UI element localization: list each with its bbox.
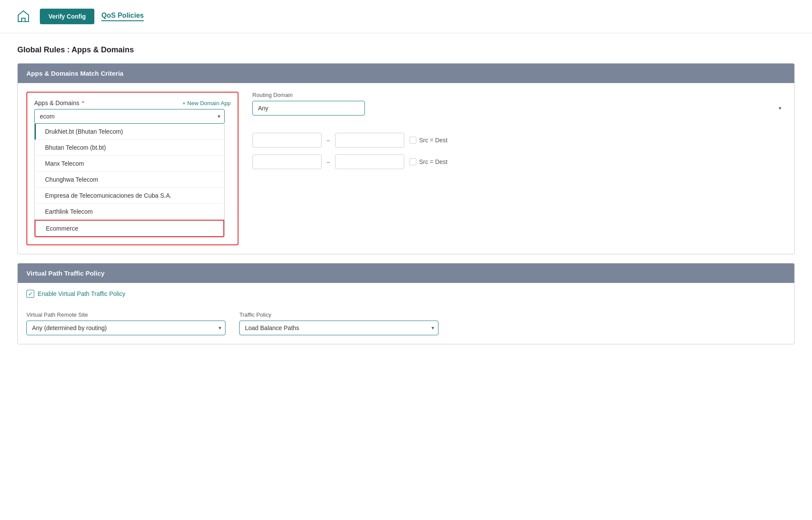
routing-domain-select-wrapper: Any ▾ [252,101,786,116]
apps-domains-form-box: Apps & Domains * + New Domain App ▾ Druk… [26,92,238,245]
vpn-row: Virtual Path Remote Site Any (determined… [26,305,786,335]
traffic-policy-select-wrapper: Load Balance Paths ▾ [239,321,438,335]
match-criteria-panel: Apps & Domains Match Criteria Apps & Dom… [17,63,795,254]
enable-checkbox[interactable]: ✓ [26,290,34,298]
source-input-2[interactable] [252,154,322,169]
remote-site-select-wrapper: Any (determined by routing) ▾ [26,321,226,335]
right-col: Routing Domain Any ▾ – Src = Dest [252,92,786,176]
enable-label: Enable Virtual Path Traffic Policy [38,290,126,297]
dropdown-item-bhutan[interactable]: Bhutan Telecom (bt.bt) [35,140,224,156]
vpn-section-body: Virtual Path Remote Site Any (determined… [18,305,794,344]
src-dest-checkbox-2[interactable]: Src = Dest [409,158,448,165]
remote-site-label: Virtual Path Remote Site [26,311,226,318]
required-indicator: * [80,100,84,106]
checkbox-box-1 [409,137,416,144]
src-dest-label-2: Src = Dest [419,158,448,165]
routing-domain-select[interactable]: Any [252,101,365,116]
svg-rect-0 [22,18,25,22]
apps-domains-select-wrapper: ▾ [34,109,225,124]
verify-config-button[interactable]: Verify Config [40,9,94,24]
remote-site-group: Virtual Path Remote Site Any (determined… [26,311,226,335]
source-input-1[interactable] [252,133,322,148]
dropdown-item-druknet[interactable]: DrukNet.bt (Bhutan Telecom) [35,124,224,140]
routing-chevron-icon: ▾ [779,105,781,111]
routing-domain-group: Routing Domain Any ▾ [252,92,786,116]
routing-domain-label: Routing Domain [252,92,786,98]
qos-policies-link[interactable]: QoS Policies [101,12,144,21]
page-title: Global Rules : Apps & Domains [17,45,795,55]
virtual-path-panel: Virtual Path Traffic Policy ✓ Enable Vir… [17,263,795,344]
dash-2: – [327,159,330,165]
apps-domains-dropdown: DrukNet.bt (Bhutan Telecom) Bhutan Telec… [34,124,225,238]
new-domain-app-link[interactable]: + New Domain App [182,100,231,106]
left-col: Apps & Domains * + New Domain App ▾ Druk… [26,92,238,245]
dropdown-item-manx[interactable]: Manx Telecom [35,156,224,172]
checkmark-icon: ✓ [28,291,33,297]
traffic-policy-group: Traffic Policy Load Balance Paths ▾ [239,311,438,335]
home-icon[interactable] [14,7,33,26]
virtual-path-header: Virtual Path Traffic Policy [18,263,794,283]
match-criteria-header: Apps & Domains Match Criteria [18,64,794,83]
src-dest-checkbox-1[interactable]: Src = Dest [409,137,448,144]
remote-site-select[interactable]: Any (determined by routing) [26,321,226,335]
criteria-layout: Apps & Domains * + New Domain App ▾ Druk… [18,83,794,254]
enable-policy-row: ✓ Enable Virtual Path Traffic Policy [18,283,794,305]
dest-input-2[interactable] [335,154,404,169]
dest-input-1[interactable] [335,133,404,148]
header: Verify Config QoS Policies [0,0,812,33]
traffic-policy-select[interactable]: Load Balance Paths [239,321,438,335]
dash-1: – [327,137,330,144]
dropdown-item-empresa[interactable]: Empresa de Telecomunicaciones de Cuba S.… [35,188,224,204]
apps-domains-input[interactable] [34,109,225,124]
checkbox-box-2 [409,158,416,165]
page-content: Global Rules : Apps & Domains Apps & Dom… [0,33,812,365]
apps-domains-label: Apps & Domains * [34,100,84,106]
src-dest-label-1: Src = Dest [419,137,448,144]
apps-domains-label-row: Apps & Domains * + New Domain App [34,100,231,106]
dropdown-item-earthlink[interactable]: Earthlink Telecom [35,204,224,220]
src-dest-row-1: – Src = Dest [252,133,786,148]
traffic-policy-label: Traffic Policy [239,311,438,318]
src-dest-row-2: – Src = Dest [252,154,786,169]
dropdown-item-ecommerce[interactable]: Ecommerce [35,220,224,237]
dropdown-item-chunghwa[interactable]: Chunghwa Telecom [35,172,224,188]
